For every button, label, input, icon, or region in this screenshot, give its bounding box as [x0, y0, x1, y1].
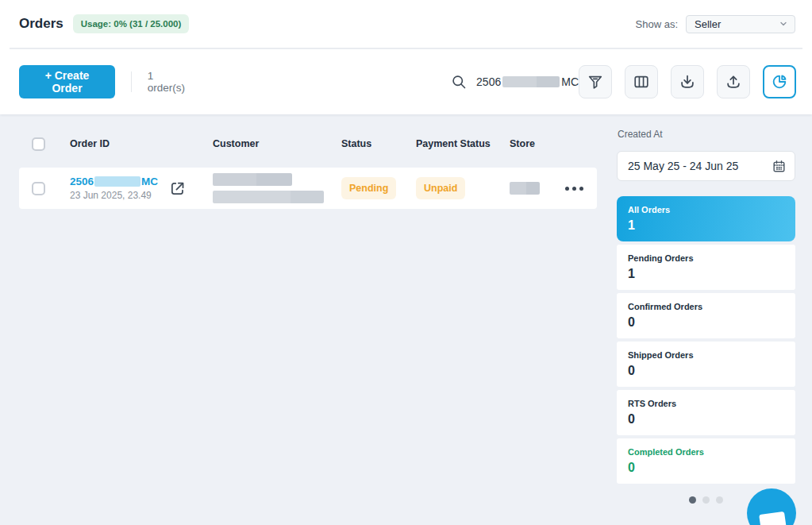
stat-value: 1 — [628, 218, 784, 233]
date-range-picker[interactable]: 25 May 25 - 24 Jun 25 — [617, 151, 795, 181]
stat-value: 0 — [628, 461, 784, 475]
search-value-prefix: 2506 — [476, 75, 501, 88]
orders-table: Order ID Customer Status Payment Status … — [19, 125, 597, 504]
stat-label: RTS Orders — [628, 399, 784, 408]
order-id-suffix: MC — [141, 176, 158, 187]
redacted-search-text — [502, 76, 560, 87]
stat-card-shipped-orders[interactable]: Shipped Orders 0 — [617, 342, 795, 387]
customer-cell — [213, 173, 341, 203]
filter-funnel-icon — [587, 73, 604, 91]
stat-card-rts-orders[interactable]: RTS Orders 0 — [617, 390, 795, 435]
upload-icon — [725, 73, 742, 91]
stat-value: 1 — [628, 267, 784, 281]
search-input[interactable]: 2506 MC — [476, 75, 579, 88]
pie-chart-icon — [771, 73, 788, 91]
show-as-selected-value: Seller — [695, 18, 721, 30]
select-all-checkbox[interactable] — [32, 137, 45, 151]
page-title: Orders — [19, 16, 63, 32]
columns-icon — [633, 73, 650, 91]
stat-label: Confirmed Orders — [628, 302, 784, 311]
order-id-prefix: 2506 — [70, 176, 94, 187]
stat-label: Completed Orders — [628, 447, 784, 457]
stat-value: 0 — [628, 315, 784, 330]
stat-label: All Orders — [628, 205, 784, 214]
toolbar-divider — [131, 71, 132, 92]
pagination-dot[interactable] — [702, 496, 710, 504]
stat-card-pending-orders[interactable]: Pending Orders 1 — [617, 245, 795, 290]
row-checkbox[interactable] — [32, 182, 45, 195]
order-id-link[interactable]: 2506 MC — [70, 176, 158, 187]
redacted-customer-line2 — [213, 191, 324, 203]
stat-card-confirmed-orders[interactable]: Confirmed Orders 0 — [617, 293, 795, 338]
table-row: 2506 MC 23 Jun 2025, 23.49 Pending Unpai… — [19, 168, 597, 209]
stat-value: 0 — [628, 412, 784, 427]
pagination-dot[interactable] — [689, 496, 696, 504]
usage-badge: Usage: 0% (31 / 25.000) — [73, 14, 190, 33]
create-order-button[interactable]: + Create Order — [19, 65, 115, 98]
stat-card-all-orders[interactable]: All Orders 1 — [617, 196, 795, 241]
stat-card-completed-orders[interactable]: Completed Orders 0 — [617, 438, 795, 484]
show-as-select[interactable]: Seller — [686, 15, 795, 33]
col-header-customer: Customer — [213, 138, 341, 149]
chevron-down-icon — [779, 19, 788, 29]
created-at-label: Created At — [618, 129, 795, 140]
redacted-store — [510, 182, 540, 195]
stat-label: Pending Orders — [628, 253, 784, 263]
download-button[interactable] — [671, 65, 704, 98]
date-range-value: 25 May 25 - 24 Jun 25 — [628, 160, 738, 172]
table-header-row: Order ID Customer Status Payment Status … — [19, 125, 597, 162]
calendar-icon — [772, 159, 787, 174]
col-header-order-id: Order ID — [70, 138, 213, 149]
pagination-dot[interactable] — [716, 496, 723, 504]
col-header-store: Store — [510, 138, 557, 149]
redacted-customer-line1 — [213, 173, 292, 186]
stat-label: Shipped Orders — [628, 350, 784, 360]
search-icon — [451, 74, 467, 90]
external-link-icon[interactable] — [169, 180, 186, 197]
show-as-label: Show as: — [636, 18, 678, 30]
download-icon — [679, 73, 696, 91]
search-box[interactable]: 2506 MC — [451, 74, 579, 90]
stats-sidebar: Created At 25 May 25 - 24 Jun 25 All Ord… — [617, 125, 795, 504]
filter-button[interactable] — [579, 65, 612, 98]
search-value-suffix: MC — [561, 75, 579, 88]
upload-button[interactable] — [717, 65, 750, 98]
columns-button[interactable] — [625, 65, 658, 98]
payment-status-badge: Unpaid — [416, 177, 465, 199]
stat-value: 0 — [628, 364, 784, 378]
row-actions-menu-button[interactable] — [565, 187, 597, 191]
redacted-order-id — [94, 176, 140, 187]
col-header-payment-status: Payment Status — [416, 138, 510, 149]
col-header-status: Status — [341, 138, 416, 149]
analytics-toggle-button[interactable] — [763, 65, 796, 98]
top-header: Orders Usage: 0% (31 / 25.000) Show as: … — [0, 0, 812, 114]
chat-icon — [759, 511, 787, 525]
order-created-at: 23 Jun 2025, 23.49 — [70, 190, 158, 201]
order-count: 1 order(s) — [148, 70, 185, 94]
status-badge: Pending — [341, 177, 396, 199]
